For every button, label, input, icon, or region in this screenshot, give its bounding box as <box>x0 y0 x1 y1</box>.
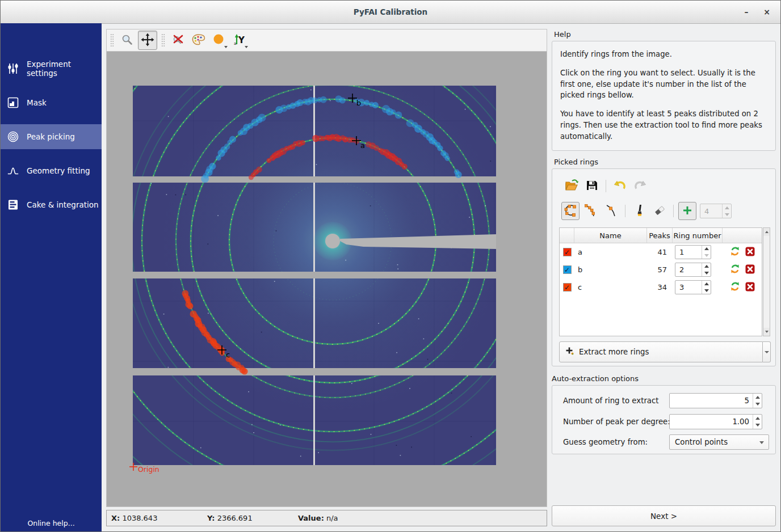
ring-number-value: 3 <box>679 283 684 292</box>
scroll-down-button[interactable] <box>763 328 770 336</box>
extract-more-rings-button[interactable]: Extract more rings <box>559 341 763 362</box>
plot-toolbar: aY <box>106 29 547 52</box>
ring-visibility-checkbox[interactable]: ✓ <box>563 265 572 274</box>
guess-geometry-label: Guess geometry from: <box>563 434 648 450</box>
table-header-cell: Ring number <box>673 228 723 243</box>
unzoom-button[interactable] <box>169 31 188 50</box>
redo-button[interactable] <box>631 177 649 195</box>
save-floppy-icon <box>586 179 598 193</box>
ring-row-b[interactable]: ✓b572 <box>560 261 762 278</box>
eraser-tool-button[interactable] <box>650 202 669 220</box>
ring-select-tool-button[interactable] <box>561 202 580 220</box>
arc-select-tool-button[interactable] <box>582 202 600 220</box>
combobox-caret-icon <box>759 441 764 444</box>
table-scrollbar[interactable] <box>763 227 770 336</box>
svg-text:Y: Y <box>238 35 245 45</box>
ring-number-spinbox[interactable]: 3 <box>675 280 711 294</box>
re-extract-ring-button[interactable] <box>730 281 740 293</box>
sidebar-item-label: Mask <box>27 98 47 107</box>
undo-arrow-icon <box>613 179 627 193</box>
scroll-up-button[interactable] <box>763 228 770 236</box>
close-button[interactable]: × <box>760 5 774 19</box>
diffraction-image[interactable]: abcOrigin <box>106 52 547 507</box>
re-extract-ring-button[interactable] <box>730 264 740 276</box>
svg-text:b: b <box>356 99 361 107</box>
table-header-cell <box>560 228 574 243</box>
add-ring-button[interactable] <box>678 202 696 220</box>
dropdown-caret-icon <box>245 46 248 48</box>
dropdown-caret-icon <box>765 351 769 353</box>
toolbar-separator <box>673 205 674 217</box>
single-peak-tool-button[interactable] <box>602 202 620 220</box>
delete-ring-button[interactable] <box>745 247 755 258</box>
ring-peaks-count: 41 <box>647 248 673 256</box>
amount-of-rings-spinbox[interactable]: 5 <box>669 393 762 408</box>
spinbox-arrows[interactable] <box>702 263 711 276</box>
table-header-cell: Peaks <box>647 228 673 243</box>
colormap-button[interactable] <box>189 31 208 50</box>
ring-name: b <box>574 265 647 274</box>
brush-tool-button[interactable] <box>630 202 648 220</box>
picked-rings-table[interactable]: NamePeaksRing number✓a411✓b572✓c343 <box>559 227 762 336</box>
guess-geometry-combobox[interactable]: Control points <box>669 434 769 450</box>
next-button[interactable]: Next > <box>552 505 776 526</box>
spinbox-arrows[interactable] <box>702 246 711 259</box>
sidebar-item-cake-integration[interactable]: Cake & integration <box>1 192 102 217</box>
sidebar-nav: Experiment settingsMaskPeak pickingGeome… <box>1 23 102 217</box>
toolbar-separator <box>606 180 606 192</box>
window-title: PyFAI Calibration <box>1 1 780 23</box>
pyfai-calibration-window: PyFAI Calibration – × Experiment setting… <box>0 0 781 532</box>
spinbox-arrows[interactable] <box>753 415 762 429</box>
x-coordinate: X: 1038.643 <box>111 510 157 526</box>
sidebar-item-experiment-settings[interactable]: Experiment settings <box>1 56 102 81</box>
help-paragraph: Identify rings from the image. <box>560 49 767 60</box>
ring-number-spinbox[interactable]: 2 <box>675 263 711 277</box>
minimize-button[interactable]: – <box>740 5 753 19</box>
sidebar-item-peak-picking[interactable]: Peak picking <box>1 124 102 149</box>
move-arrows-icon <box>141 33 154 48</box>
pan-tool-button[interactable] <box>138 31 157 50</box>
peaks-per-degree-spinbox[interactable]: 1.00 <box>669 414 762 429</box>
sidebar-item-mask[interactable]: Mask <box>1 90 102 115</box>
help-box: Identify rings from the image. Click on … <box>552 41 776 151</box>
ring-visibility-checkbox[interactable]: ✓ <box>563 248 572 256</box>
open-folder-icon <box>564 179 579 194</box>
load-rings-button[interactable] <box>562 177 581 195</box>
delete-ring-button[interactable] <box>745 282 755 293</box>
toolbar-drag-handle[interactable] <box>110 33 114 47</box>
ring-number-spinbox[interactable]: 1 <box>675 245 711 259</box>
peak-icon <box>7 164 19 177</box>
ring-number-value: 1 <box>679 248 684 256</box>
ring-visibility-checkbox[interactable]: ✓ <box>563 283 572 292</box>
y-axis-orientation-button[interactable]: aY <box>230 31 249 50</box>
sidebar-item-geometry-fitting[interactable]: Geometry fitting <box>1 158 102 183</box>
spinbox-arrows[interactable] <box>702 281 711 294</box>
re-extract-ring-button[interactable] <box>730 246 740 258</box>
extract-more-rings-label: Extract more rings <box>579 348 649 356</box>
sidebar-item-label: Geometry fitting <box>27 166 90 175</box>
toolbar-drag-handle[interactable] <box>161 33 165 47</box>
extract-options-dropdown[interactable] <box>763 341 771 362</box>
help-paragraph: Click on the ring you want to select. Us… <box>560 67 767 101</box>
table-header-cell <box>723 228 762 243</box>
delete-ring-button[interactable] <box>745 264 755 276</box>
undo-button[interactable] <box>611 177 629 195</box>
ring-peaks-count: 57 <box>647 265 673 274</box>
dropdown-caret-icon <box>224 46 228 48</box>
toolbar-separator <box>625 205 625 217</box>
eraser-icon <box>653 204 666 219</box>
spinbox-arrows[interactable] <box>753 394 762 408</box>
amount-of-rings-label: Amount of ring to extract <box>563 393 659 408</box>
zoom-tool-button[interactable] <box>117 31 137 50</box>
ring-row-a[interactable]: ✓a411 <box>560 243 762 261</box>
ring-number-value: 2 <box>679 265 684 274</box>
ring-peaks-count: 34 <box>647 283 673 292</box>
marker-color-button[interactable] <box>209 31 229 50</box>
peaks-per-degree-label: Number of peak per degree: <box>563 414 670 429</box>
save-rings-button[interactable] <box>583 177 601 195</box>
new-ring-number-spinbox[interactable]: 4 <box>700 204 732 218</box>
cake-icon <box>7 199 19 211</box>
ring-row-c[interactable]: ✓c343 <box>560 278 762 296</box>
online-help-link[interactable]: Online help... <box>1 519 102 527</box>
spinbox-arrows[interactable] <box>722 204 731 218</box>
